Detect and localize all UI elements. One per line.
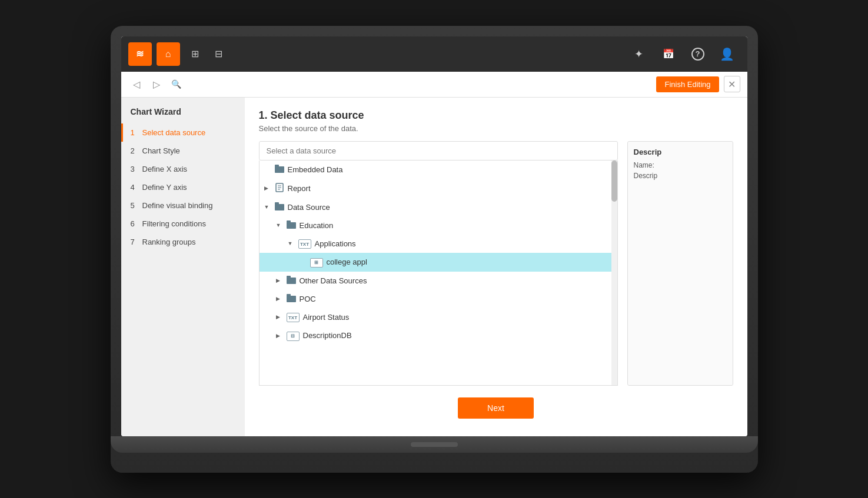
sidebar-item-number-6: 6: [131, 219, 139, 228]
sidebar-item-number-7: 7: [131, 238, 139, 246]
tree-view-button[interactable]: ⊞: [185, 44, 206, 65]
nav-right-area: ✦ 📅 ? 👤: [628, 44, 740, 65]
svg-rect-7: [275, 202, 279, 205]
svg-rect-6: [275, 204, 284, 210]
sidebar-item-define-y[interactable]: 4 Define Y axis: [121, 178, 245, 196]
sidebar-item-define-x[interactable]: 3 Define X axis: [121, 160, 245, 178]
tree-toggle-datasource: ▼: [264, 204, 271, 210]
tree-label-airport: Airport Status: [303, 313, 350, 322]
forward-button[interactable]: ▷: [148, 76, 165, 92]
user-icon: 👤: [720, 47, 734, 61]
calendar-icon: 📅: [663, 48, 674, 59]
table-view-button[interactable]: ⊟: [208, 44, 230, 65]
description-desc-label: Descrip: [634, 172, 727, 180]
svg-rect-0: [275, 166, 284, 173]
folder-icon-datasource: [275, 202, 284, 212]
datasource-search-input[interactable]: [259, 141, 618, 161]
next-button[interactable]: Next: [458, 397, 534, 419]
sparkle-icon: ✦: [634, 48, 643, 61]
help-button[interactable]: ?: [687, 44, 709, 65]
tree-toggle-descdb: ▶: [276, 333, 283, 339]
svg-rect-10: [287, 278, 296, 284]
home-button[interactable]: ⌂: [157, 42, 180, 66]
svg-rect-12: [287, 296, 296, 302]
sidebar-item-visual-binding[interactable]: 5 Define visual binding: [121, 196, 245, 215]
txt-icon-airport: TXT: [287, 312, 300, 323]
tree-item-education[interactable]: ▼ Education: [260, 216, 617, 235]
tree-item-datasource[interactable]: ▼ Data Source: [260, 198, 617, 216]
svg-rect-1: [275, 165, 279, 167]
sidebar-item-label-6: Filtering conditions: [142, 219, 206, 228]
tree-item-embedded[interactable]: Embedded Data: [260, 161, 617, 179]
table-icon: ⊟: [215, 48, 222, 59]
sidebar-item-number-1: 1: [131, 128, 139, 137]
tree-container: Embedded Data ▶ Report: [259, 161, 618, 386]
forward-icon: ▷: [153, 79, 160, 90]
datasource-panel: Embedded Data ▶ Report: [259, 141, 618, 386]
description-name-label: Name:: [634, 161, 727, 169]
sidebar-item-ranking[interactable]: 7 Ranking groups: [121, 233, 245, 251]
report-icon: [275, 183, 284, 194]
sidebar-item-number-4: 4: [131, 183, 139, 192]
tree-label-other: Other Data Sources: [300, 276, 367, 285]
tree-label-college: college appl: [327, 258, 367, 266]
close-icon: ✕: [728, 79, 736, 90]
tree-item-airport[interactable]: ▶ TXT Airport Status: [260, 308, 617, 327]
finish-editing-button[interactable]: Finish Editing: [656, 76, 719, 92]
sparkle-button[interactable]: ✦: [628, 44, 650, 65]
scrollbar-thumb[interactable]: [611, 161, 617, 202]
page-subtitle: Select the source of the data.: [259, 124, 733, 133]
tree-item-college-appl[interactable]: ⊞ college appl: [260, 253, 617, 272]
tree-item-report[interactable]: ▶ Report: [260, 179, 617, 198]
tree-label-education: Education: [300, 221, 334, 230]
tree-label-applications: Applications: [315, 239, 356, 248]
sidebar-item-label-7: Ranking groups: [142, 238, 196, 246]
sidebar-item-number-2: 2: [131, 146, 139, 155]
home-icon: ⌂: [165, 49, 171, 59]
sidebar-item-select-datasource[interactable]: 1 Select data source: [121, 123, 245, 142]
tree-item-poc[interactable]: ▶ POC: [260, 290, 617, 308]
page-title: 1. Select data source: [259, 109, 733, 122]
logo-button[interactable]: ≋: [128, 42, 152, 66]
tree-toggle-report: ▶: [264, 185, 271, 191]
sidebar: Chart Wizard 1 Select data source 2 Char…: [121, 98, 245, 436]
tree-toggle-other: ▶: [276, 278, 283, 283]
tree-icon: ⊞: [191, 48, 199, 59]
sidebar-title: Chart Wizard: [121, 107, 245, 123]
content-area: 1. Select data source Select the source …: [245, 98, 747, 436]
tree-toggle-airport: ▶: [276, 314, 283, 320]
search-button[interactable]: 🔍: [168, 76, 185, 92]
sidebar-item-label-3: Define X axis: [142, 165, 188, 173]
scrollbar-track[interactable]: [611, 161, 617, 385]
calendar-button[interactable]: 📅: [658, 44, 679, 65]
screen: ≋ ⌂ ⊞ ⊟ ✦ 📅 ? 👤: [121, 36, 747, 436]
grid-icon-college: ⊞: [310, 257, 323, 268]
tree-item-other-data[interactable]: ▶ Other Data Sources: [260, 272, 617, 290]
svg-rect-13: [287, 294, 291, 296]
tree-item-applications[interactable]: ▼ TXT Applications: [260, 235, 617, 253]
tree-item-descriptiondb[interactable]: ▶ ⊟ DescriptionDB: [260, 326, 617, 345]
svg-rect-9: [287, 220, 291, 223]
tree-label-poc: POC: [300, 295, 316, 303]
main-content: Chart Wizard 1 Select data source 2 Char…: [121, 98, 747, 436]
close-toolbar-button[interactable]: ✕: [724, 76, 740, 92]
tree-label-embedded: Embedded Data: [288, 165, 343, 174]
description-panel: Descrip Name: Descrip: [627, 141, 733, 386]
sidebar-item-chart-style[interactable]: 2 Chart Style: [121, 142, 245, 160]
sidebar-item-filtering[interactable]: 6 Filtering conditions: [121, 215, 245, 233]
toolbar: ◁ ▷ 🔍 Finish Editing ✕: [121, 72, 747, 98]
top-navigation: ≋ ⌂ ⊞ ⊟ ✦ 📅 ? 👤: [121, 36, 747, 72]
sidebar-item-number-5: 5: [131, 201, 139, 210]
logo-icon: ≋: [136, 48, 144, 59]
sidebar-item-label-4: Define Y axis: [142, 183, 187, 192]
txt-icon-applications: TXT: [298, 239, 311, 249]
button-area: Next: [259, 386, 733, 425]
folder-icon-poc: [287, 294, 296, 304]
sidebar-item-number-3: 3: [131, 165, 139, 173]
sidebar-item-label-1: Select data source: [142, 128, 206, 137]
svg-rect-11: [287, 276, 291, 278]
back-button[interactable]: ◁: [128, 76, 145, 92]
sidebar-item-label-2: Chart Style: [142, 146, 180, 155]
user-button[interactable]: 👤: [717, 44, 738, 65]
help-icon: ?: [691, 48, 704, 61]
